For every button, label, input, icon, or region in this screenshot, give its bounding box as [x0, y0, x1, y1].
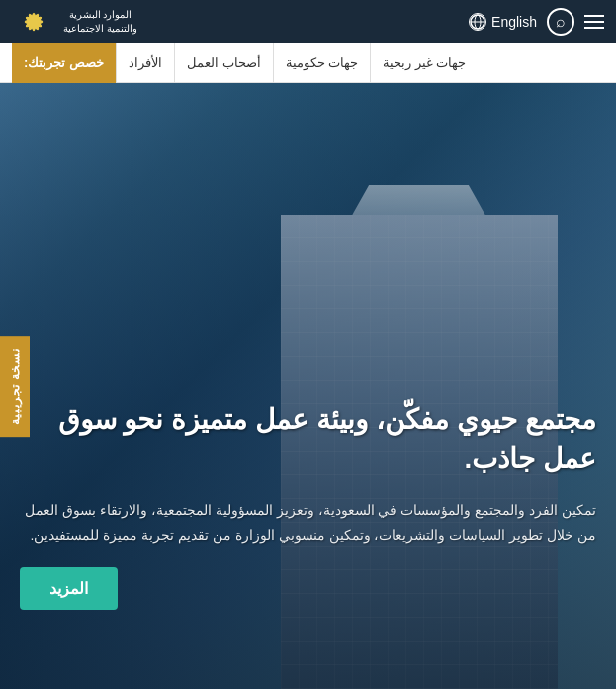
navigation-bar: جهات غير ربحية جهات حكومية أصحاب العمل ا… — [0, 43, 616, 83]
nav-item-other[interactable]: جهات غير ربحية — [370, 43, 478, 83]
hero-title: مجتمع حيوي مفكّن، وبيئة عمل متميزة نحو س… — [20, 400, 596, 477]
top-bar-right: الموارد البشرية والتنمية الاجتماعية — [12, 0, 137, 43]
hero-content: مجتمع حيوي مفكّن، وبيئة عمل متميزة نحو س… — [20, 400, 596, 610]
nav-item-customize[interactable]: خصص تجربتك: — [12, 43, 116, 83]
language-selector[interactable]: English — [469, 13, 537, 31]
nav-item-government[interactable]: جهات حكومية — [273, 43, 371, 83]
top-bar-left: English — [469, 8, 604, 36]
search-button[interactable] — [547, 8, 574, 36]
hamburger-menu-button[interactable] — [584, 15, 604, 29]
globe-icon — [469, 13, 486, 31]
hero-section: نسخة تجريبية مجتمع حيوي مفكّن، وبيئة عمل… — [0, 83, 616, 689]
nav-item-individuals[interactable]: الأفراد — [116, 43, 174, 83]
language-label: English — [491, 14, 537, 30]
hero-description: تمكين الفرد والمجتمع والمؤسسات في السعود… — [20, 498, 596, 548]
ministry-name: الموارد البشرية والتنمية الاجتماعية — [63, 8, 137, 36]
svg-point-9 — [29, 17, 38, 26]
nav-item-employers[interactable]: أصحاب العمل — [174, 43, 273, 83]
more-button[interactable]: المزيد — [20, 567, 118, 610]
ministry-logo — [12, 0, 55, 43]
top-bar: English الموارد البشرية والتنمية الاجتما… — [0, 0, 616, 43]
